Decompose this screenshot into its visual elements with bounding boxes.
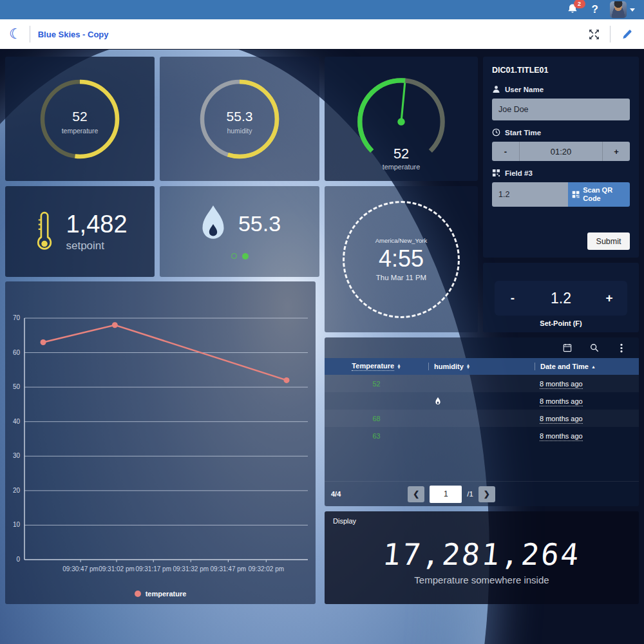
gauge-value: 52 [72,109,87,124]
grid-icon [492,169,500,177]
display-card: Display 17,281,264 Temperature somewhere… [325,511,639,604]
humidity-value: 55.3 [238,211,281,236]
start-time-stepper: - 01:20 + [492,142,630,161]
clock-time: 4:55 [379,245,424,272]
search-button[interactable] [586,339,603,356]
cell-date[interactable]: 8 months ago [535,415,639,422]
dashboard-screen: 2 ? ☾ Blue Skies - Copy [0,0,644,644]
cell-date[interactable]: 8 months ago [535,432,639,440]
cell-date[interactable]: 8 months ago [535,397,639,405]
cell-temperature: 52 [325,380,428,388]
page-total: /1 [467,490,473,498]
svg-text:30: 30 [13,452,21,459]
cell-temperature: 63 [325,432,428,440]
prev-page-button[interactable]: ❮ [408,486,424,502]
table-row[interactable]: 528 months ago [325,375,639,392]
humidity-card: 55.3 [160,186,319,277]
column-header-date[interactable]: Date and Time ▲ [535,363,639,370]
help-button[interactable]: ? [592,3,598,16]
clock-circle: America/New_York 4:55 Thu Mar 11 PM [343,201,460,318]
page-input[interactable] [430,486,462,503]
gauge-value: 52 [393,146,409,162]
setpoint-decrement-button[interactable]: - [495,291,531,305]
temperature-line-chart: 01020304050607009:30:47 pm09:31:02 pm09:… [5,281,316,604]
svg-text:70: 70 [13,314,21,321]
board-toolbar: ☾ Blue Skies - Copy [0,19,644,50]
fullscreen-button[interactable] [585,26,602,43]
divider [610,26,611,43]
gauge-label: humidity [227,127,252,135]
pagination-dots[interactable] [231,253,249,260]
display-caption: Temperature somewhere inside [325,574,639,585]
kebab-menu-icon [620,343,623,353]
pencil-icon [621,29,632,40]
gauge-humidity-card: 55.3 humidity [160,57,319,181]
droplet-icon [435,397,441,406]
sort-ascending-icon: ▲ [591,365,596,369]
cell-date[interactable]: 8 months ago [535,380,639,388]
table-menu-button[interactable] [613,339,630,356]
svg-text:09:32:02 pm: 09:32:02 pm [249,565,285,573]
field3-label: Field #3 [505,169,533,177]
legend-dot [135,591,141,597]
field3-row: Scan QR Code [492,182,630,207]
display-title: Display [333,517,356,525]
gauge-temperature-card: 52 temperature [5,57,155,181]
svg-text:09:30:47 pm: 09:30:47 pm [62,565,99,573]
svg-text:60: 60 [13,349,21,356]
column-header-temperature[interactable]: Temperature ▲▼ [325,362,428,371]
table-row[interactable]: 8 months ago [325,392,639,410]
table-row[interactable]: 638 months ago [325,427,639,444]
notifications-button[interactable]: 2 [566,3,580,17]
table-row[interactable]: 688 months ago [325,410,639,427]
field3-input[interactable] [492,182,568,207]
time-increment-button[interactable]: + [603,147,630,156]
field3-label-row: Field #3 [492,169,630,177]
cell-temperature: 68 [325,415,428,422]
temperature-ring-gauge: 52 temperature [32,71,128,167]
scan-qr-button[interactable]: Scan QR Code [568,182,630,207]
start-time-value[interactable]: 01:20 [519,142,603,161]
column-label: humidity [434,363,464,370]
username-input[interactable] [492,99,630,120]
svg-text:09:31:02 pm: 09:31:02 pm [99,565,135,573]
column-header-humidity[interactable]: humidity ▲▼ [428,363,535,370]
calendar-button[interactable] [559,339,576,356]
temperature-chart-card: 01020304050607009:30:47 pm09:31:02 pm09:… [5,281,316,604]
start-time-label: Start Time [505,129,541,137]
edit-button[interactable] [618,26,635,43]
setpoint-text: 1,482 setpoint [66,211,127,252]
setpoint-increment-button[interactable]: + [591,291,627,305]
setpoint-stepper-label: Set-Point (F) [483,319,639,327]
chart-legend[interactable]: temperature [5,590,316,598]
username-label: User Name [505,86,544,93]
clock-card: America/New_York 4:55 Thu Mar 11 PM [325,186,478,332]
setpoint-card: 1,482 setpoint [5,186,155,277]
gauge-value: 55.3 [227,109,253,124]
history-table-card: Temperature ▲▼ humidity ▲▼ Date and Time… [325,337,639,506]
sort-icon: ▲▼ [466,364,470,368]
topbar: 2 ? [0,0,644,19]
chevron-down-icon [630,8,635,12]
clock-timezone: America/New_York [375,237,427,244]
search-icon [590,343,599,352]
user-menu[interactable] [610,1,635,18]
next-page-button[interactable]: ❯ [478,486,495,502]
form-card: DIC01.TITLE01 User Name Start Time - 01:… [483,57,639,258]
form-title: DIC01.TITLE01 [492,66,630,75]
table-body: 528 months ago 8 months ago688 months ag… [325,375,639,481]
sort-icon: ▲▼ [397,364,401,368]
submit-button[interactable]: Submit [587,232,630,250]
avatar [610,1,627,18]
dot-outline[interactable] [231,253,237,259]
table-header: Temperature ▲▼ humidity ▲▼ Date and Time… [325,358,639,375]
humidity-ring-gauge: 55.3 humidity [191,71,288,167]
column-label: Temperature [352,362,394,371]
time-decrement-button[interactable]: - [492,147,519,156]
gauge-needle [397,82,409,126]
gauge-label: temperature [383,162,421,170]
svg-text:20: 20 [13,487,21,494]
moon-icon[interactable]: ☾ [9,27,22,41]
scan-qr-label: Scan QR Code [583,186,626,202]
dot-filled[interactable] [242,253,249,260]
